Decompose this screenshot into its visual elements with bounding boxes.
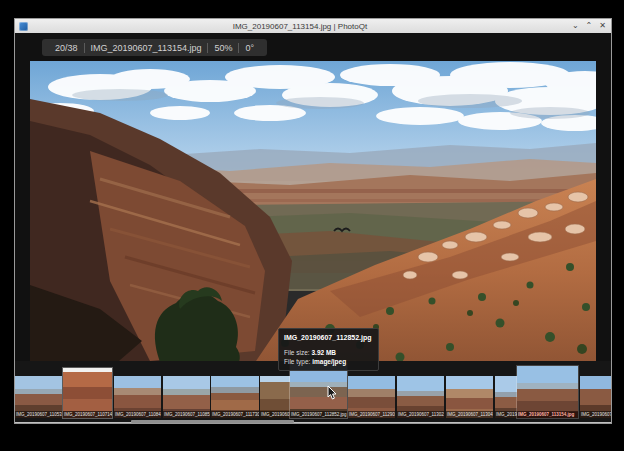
mouse-cursor-icon xyxy=(327,386,339,400)
titlebar: IMG_20190607_113154.jpg | PhotoQt ⌄ ⌃ ✕ xyxy=(15,19,611,33)
thumbnail[interactable]: IMG_20190607_112903.jpg xyxy=(348,376,395,418)
rotation-angle: 0° xyxy=(238,43,260,53)
window-title: IMG_20190607_113154.jpg | PhotoQt xyxy=(28,22,572,31)
main-photo[interactable] xyxy=(30,61,596,367)
thumbnail-scrollbar[interactable] xyxy=(131,420,294,423)
window-bottom-edge xyxy=(15,422,611,423)
tooltip-file-type: File type: image/jpeg xyxy=(284,357,372,366)
thumbnail[interactable]: IMG_20190607_111730.jpg xyxy=(211,376,259,418)
maximize-icon[interactable]: ⌃ xyxy=(586,22,593,30)
canyon-photo-art xyxy=(30,61,596,367)
current-filename: IMG_20190607_113154.jpg xyxy=(84,43,208,53)
thumbnail-label: IMG_20190607_113022.jpg xyxy=(397,411,444,418)
thumbnail-tooltip: IMG_20190607_112852.jpg File size: 3.92 … xyxy=(278,328,379,371)
thumbnail-label: IMG_20190607_113043.jpg xyxy=(446,411,493,418)
tooltip-filename: IMG_20190607_112852.jpg xyxy=(284,333,372,342)
thumbnail-label: IMG_20190607_110714.jpg xyxy=(63,411,112,418)
thumbnail-label: IMG_20190607_113212.jpg xyxy=(580,411,611,418)
image-counter: 20/38 xyxy=(49,43,84,53)
thumbnail[interactable]: IMG_20190607_110843.jpg xyxy=(114,376,161,418)
tooltip-file-size: File size: 3.92 MB xyxy=(284,348,372,357)
thumbnail[interactable]: IMG_20190607_110531.jpg xyxy=(15,376,62,418)
thumbnail-label: IMG_20190607_110851.jpg xyxy=(163,411,210,418)
viewer-content: 20/38 IMG_20190607_113154.jpg 50% 0° xyxy=(15,33,611,423)
thumbnail-label: IMG_20190607_112903.jpg xyxy=(348,411,395,418)
thumbnail[interactable]: IMG_20190607_113043.jpg xyxy=(446,376,493,418)
thumbnail-label: IMG_20190607_113154.jpg xyxy=(517,411,578,418)
thumbnail-label: IMG_20190607_112852.jpg xyxy=(290,411,347,418)
thumbnail[interactable]: IMG_20190607_110851.jpg xyxy=(163,376,210,418)
minimize-icon[interactable]: ⌄ xyxy=(572,22,579,30)
thumbnail-label: IMG_20190607_110843.jpg xyxy=(114,411,161,418)
thumbnail[interactable]: IMG_20190607_113212.jpg xyxy=(580,376,611,418)
thumbnail[interactable]: IMG_20190607_113022.jpg xyxy=(397,376,444,418)
zoom-level: 50% xyxy=(207,43,238,53)
status-toolbar: 20/38 IMG_20190607_113154.jpg 50% 0° xyxy=(42,39,267,56)
thumbnail[interactable]: IMG_20190607_113154.jpg xyxy=(517,366,578,418)
photoqt-app-icon[interactable] xyxy=(19,22,28,31)
thumbnail-label: IMG_20190607_110531.jpg xyxy=(15,411,62,418)
photoqt-window: IMG_20190607_113154.jpg | PhotoQt ⌄ ⌃ ✕ … xyxy=(14,18,612,424)
thumbnail[interactable]: IMG_20190607_110714.jpg xyxy=(63,368,112,418)
close-icon[interactable]: ✕ xyxy=(599,22,606,30)
thumbnail-label: IMG_20190607_111730.jpg xyxy=(211,411,259,418)
